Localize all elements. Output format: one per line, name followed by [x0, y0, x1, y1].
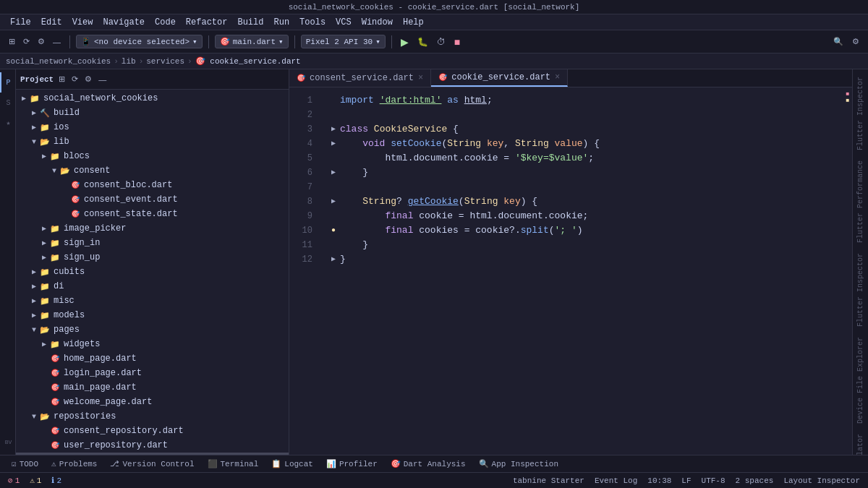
tree-item-main-page[interactable]: 🎯 main_page.dart — [16, 380, 289, 395]
status-tabnine[interactable]: tabnine Starter — [511, 476, 587, 485]
terminal-icon: ⬛ — [208, 459, 218, 468]
menu-view[interactable]: View — [68, 16, 98, 29]
menu-vcs[interactable]: VCS — [331, 16, 356, 29]
tree-item-build[interactable]: ▶ 🔨 build — [16, 106, 289, 120]
tree-item-pages-widgets[interactable]: ▶ 📁 widgets — [16, 337, 289, 351]
tree-item-login-page[interactable]: 🎯 login_page.dart — [16, 366, 289, 380]
run-config-selector[interactable]: 🎯 main.dart ▾ — [215, 35, 289, 48]
toolbar-sep-2 — [208, 35, 209, 48]
search-everywhere-btn[interactable]: 🔍 — [830, 35, 846, 48]
tree-item-models[interactable]: ▶ 📁 models — [16, 308, 289, 322]
status-encoding[interactable]: UTF-8 — [699, 476, 728, 485]
tree-item-consent[interactable]: ▼ 📂 consent — [16, 163, 289, 178]
tree-item-pages[interactable]: ▼ 📂 pages — [16, 322, 289, 337]
status-errors[interactable]: ⊘ 1 — [6, 476, 22, 485]
tree-item-consent-repo[interactable]: 🎯 consent_repository.dart — [16, 424, 289, 438]
editor-content[interactable]: 1 2 3 4 5 6 7 8 9 10 11 12 import — [289, 87, 852, 455]
bottom-tab-app-inspection[interactable]: 🔍 App Inspection — [473, 457, 564, 471]
bottom-tab-dart-analysis[interactable]: 🎯 Dart Analysis — [385, 457, 472, 471]
tree-item-root[interactable]: ▶ 📁 social_network_cookies — [16, 91, 289, 106]
tree-item-lib[interactable]: ▼ 📂 lib — [16, 134, 289, 149]
tree-item-ios[interactable]: ▶ 📁 ios — [16, 120, 289, 134]
tab-close-cookie[interactable]: × — [555, 72, 560, 82]
tab-consent-service[interactable]: 🎯 consent_service.dart × — [289, 69, 431, 87]
menu-tools[interactable]: Tools — [295, 16, 330, 29]
menu-help[interactable]: Help — [399, 16, 428, 29]
tree-item-sign-up[interactable]: ▶ 📁 sign_up — [16, 250, 289, 265]
stop-button[interactable]: ■ — [451, 35, 463, 49]
breadcrumb-lib[interactable]: lib — [122, 57, 136, 66]
tree-item-consent-bloc[interactable]: 🎯 consent_bloc.dart — [16, 178, 289, 192]
settings-btn[interactable]: ⚙ — [849, 35, 862, 48]
menu-window[interactable]: Window — [357, 16, 397, 29]
right-tab-flutter-inspector[interactable]: Flutter Inspector — [855, 72, 866, 155]
gutter-12[interactable]: ▶ — [327, 252, 340, 267]
panel-gear-btn[interactable]: ⚙ — [82, 74, 94, 85]
menu-code[interactable]: Code — [150, 16, 180, 29]
status-spaces[interactable]: 2 spaces — [733, 476, 776, 485]
device-selector[interactable]: 📱 <no device selected> ▾ — [76, 35, 203, 48]
bottom-tab-profiler[interactable]: 📊 Profiler — [320, 457, 383, 471]
status-line-ending[interactable]: LF — [679, 476, 693, 485]
code-area[interactable]: import 'dart:html' as html ; ▶ — [318, 87, 843, 455]
panel-minimize-btn[interactable]: — — [96, 74, 109, 85]
toolbar-layout-btn[interactable]: ⊞ — [6, 35, 18, 48]
toolbar-sync-btn[interactable]: ⟳ — [20, 35, 33, 48]
tab-close-consent[interactable]: × — [418, 73, 423, 83]
bottom-tab-logcat[interactable]: 📋 Logcat — [265, 457, 319, 471]
breadcrumb-services[interactable]: services — [146, 57, 184, 66]
right-tab-device-file[interactable]: Device File Explorer — [855, 333, 866, 428]
bottom-tab-todo[interactable]: ☑ TODO — [6, 457, 44, 471]
status-event-log[interactable]: Event Log — [592, 476, 639, 485]
code-line-4: ▶ void setCookie ( String key , String v… — [327, 137, 835, 151]
gutter-6[interactable]: ▶ — [327, 166, 340, 180]
bottom-tab-terminal[interactable]: ⬛ Terminal — [202, 457, 265, 471]
menu-build[interactable]: Build — [233, 16, 268, 29]
left-vtab-project[interactable]: P — [0, 72, 16, 93]
menu-navigate[interactable]: Navigate — [98, 16, 149, 29]
status-layout-inspector[interactable]: Layout Inspector — [781, 476, 862, 485]
bottom-tab-version-control[interactable]: ⎇ Version Control — [104, 457, 200, 471]
folder-icon-pages-widgets: 📁 — [49, 338, 61, 350]
left-vtab-structure[interactable]: S — [0, 93, 16, 113]
tab-cookie-service[interactable]: 🎯 cookie_service.dart × — [431, 69, 568, 87]
gutter-3[interactable]: ▶ — [327, 122, 340, 137]
menu-edit[interactable]: Edit — [37, 16, 67, 29]
right-tab-emulator[interactable]: Emulator — [855, 429, 866, 455]
tree-item-consent-state[interactable]: 🎯 consent_state.dart — [16, 207, 289, 221]
status-info[interactable]: ℹ 2 — [49, 476, 64, 485]
debug-button[interactable]: 🐛 — [414, 35, 431, 48]
breadcrumb-project[interactable]: social_network_cookies — [6, 57, 111, 66]
right-tab-flutter-performance[interactable]: Flutter Performance — [855, 156, 866, 247]
status-warnings[interactable]: ⚠ 1 — [27, 476, 43, 485]
panel-layout-btn[interactable]: ⊞ — [56, 74, 67, 85]
run-button[interactable]: ▶ — [398, 35, 412, 49]
indent-4 — [340, 137, 362, 151]
gutter-4[interactable]: ▶ — [327, 137, 340, 151]
menu-run[interactable]: Run — [269, 16, 294, 29]
tree-item-home-page[interactable]: 🎯 home_page.dart — [16, 351, 289, 366]
left-vtab-favorites[interactable]: ★ — [0, 113, 16, 133]
profile-button[interactable]: ⏱ — [434, 35, 448, 48]
toolbar-minimize-btn[interactable]: — — [50, 36, 64, 48]
tree-item-consent-event[interactable]: 🎯 consent_event.dart — [16, 192, 289, 207]
tree-item-image-picker[interactable]: ▶ 📁 image_picker — [16, 221, 289, 236]
status-position[interactable]: 10:38 — [645, 476, 673, 485]
tree-item-di[interactable]: ▶ 📁 di — [16, 279, 289, 294]
api-selector[interactable]: Pixel 2 API 30 ▾ — [301, 35, 386, 48]
tree-item-cubits[interactable]: ▶ 📁 cubits — [16, 265, 289, 279]
tree-item-welcome-page[interactable]: 🎯 welcome_page.dart — [16, 395, 289, 409]
tree-item-user-repo[interactable]: 🎯 user_repository.dart — [16, 438, 289, 453]
right-tab-flutter-inspector2[interactable]: Flutter Inspector — [855, 249, 866, 331]
tree-item-blocs[interactable]: ▶ 📁 blocs — [16, 149, 289, 163]
tree-item-repositories[interactable]: ▼ 📂 repositories — [16, 409, 289, 424]
panel-refresh-btn[interactable]: ⟳ — [69, 74, 80, 85]
left-vtab-build-variants[interactable]: BV — [0, 432, 16, 452]
tree-item-misc[interactable]: ▶ 📁 misc — [16, 294, 289, 308]
tree-item-sign-in[interactable]: ▶ 📁 sign_in — [16, 236, 289, 250]
toolbar-settings-btn[interactable]: ⚙ — [35, 35, 48, 48]
gutter-8[interactable]: ▶ — [327, 194, 340, 209]
bottom-tab-problems[interactable]: ⚠ Problems — [46, 457, 103, 471]
menu-refactor[interactable]: Refactor — [182, 16, 232, 29]
menu-file[interactable]: File — [6, 16, 35, 29]
